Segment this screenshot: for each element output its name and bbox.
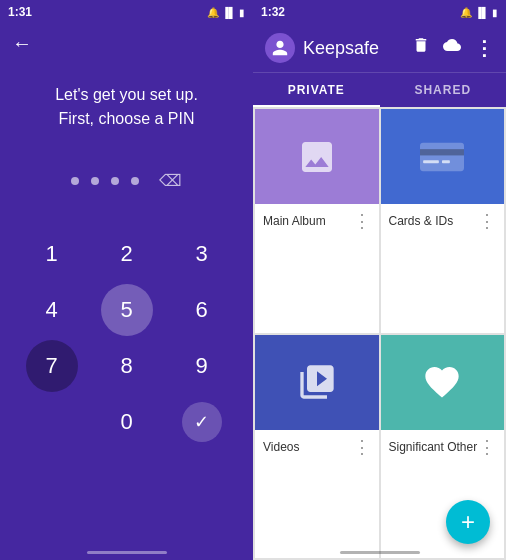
- status-bar-right: 1:32 🔔 ▐▌ ▮: [253, 0, 506, 24]
- album-more-videos[interactable]: ⋮: [353, 436, 371, 458]
- back-button[interactable]: ←: [0, 24, 253, 63]
- svg-rect-0: [420, 142, 464, 170]
- alarm-icon-right: 🔔: [460, 7, 472, 18]
- album-main[interactable]: Main Album ⋮: [255, 109, 379, 333]
- add-icon: +: [461, 508, 475, 536]
- status-icons-right: 🔔 ▐▌ ▮: [460, 7, 498, 18]
- album-name-videos: Videos: [263, 440, 353, 454]
- album-name-significant-other: Significant Other: [389, 440, 479, 454]
- keepsafe-panel: 1:32 🔔 ▐▌ ▮ Keepsafe ⋮: [253, 0, 506, 560]
- pin-keypad: 1 2 3 4 5 6 7 8 9 0 ✓: [0, 220, 253, 456]
- album-more-significant-other[interactable]: ⋮: [478, 436, 496, 458]
- app-title: Keepsafe: [303, 38, 412, 59]
- albums-grid: Main Album ⋮ Cards & IDs ⋮: [253, 107, 506, 560]
- key-6[interactable]: 6: [166, 284, 237, 336]
- album-name-cards: Cards & IDs: [389, 214, 479, 228]
- bottom-indicator-left: [87, 551, 167, 554]
- album-label-cards: Cards & IDs ⋮: [381, 204, 505, 238]
- bottom-indicator-right: [340, 551, 420, 554]
- key-5[interactable]: 5: [101, 284, 153, 336]
- album-label-main: Main Album ⋮: [255, 204, 379, 238]
- album-thumb-main: [255, 109, 379, 204]
- key-0[interactable]: 0: [91, 396, 162, 448]
- time-right: 1:32: [261, 5, 285, 19]
- back-arrow-icon: ←: [12, 32, 32, 54]
- key-confirm[interactable]: ✓: [166, 396, 237, 448]
- battery-icon: ▮: [239, 7, 245, 18]
- key-empty: [16, 396, 87, 448]
- key-7[interactable]: 7: [26, 340, 78, 392]
- tab-private[interactable]: PRIVATE: [253, 73, 380, 107]
- key-9[interactable]: 9: [166, 340, 237, 392]
- time-left: 1:31: [8, 5, 32, 19]
- svg-rect-3: [442, 160, 450, 163]
- app-toolbar: Keepsafe ⋮: [253, 24, 506, 72]
- album-thumb-significant-other: [381, 335, 505, 430]
- album-name-main: Main Album: [263, 214, 353, 228]
- backspace-button[interactable]: ⌫: [159, 171, 182, 190]
- album-thumb-videos: [255, 335, 379, 430]
- pin-dot-4: [131, 177, 139, 185]
- battery-icon-right: ▮: [492, 7, 498, 18]
- album-more-main[interactable]: ⋮: [353, 210, 371, 232]
- signal-icon-right: ▐▌: [475, 7, 489, 18]
- tab-bar: PRIVATE SHARED: [253, 72, 506, 107]
- pin-dot-3: [111, 177, 119, 185]
- app-bar-actions: ⋮: [412, 36, 494, 60]
- key-2[interactable]: 2: [91, 228, 162, 280]
- pin-dot-2: [91, 177, 99, 185]
- key-3[interactable]: 3: [166, 228, 237, 280]
- album-label-videos: Videos ⋮: [255, 430, 379, 464]
- status-icons-left: 🔔 ▐▌ ▮: [207, 7, 245, 18]
- pin-dot-row: ⌫: [0, 171, 253, 190]
- user-avatar[interactable]: [265, 33, 295, 63]
- album-thumb-cards: [381, 109, 505, 204]
- delete-icon[interactable]: [412, 36, 430, 60]
- key-8[interactable]: 8: [91, 340, 162, 392]
- fab-add-button[interactable]: +: [446, 500, 490, 544]
- signal-icon: ▐▌: [222, 7, 236, 18]
- confirm-check-icon: ✓: [182, 402, 222, 442]
- album-videos[interactable]: Videos ⋮: [255, 335, 379, 559]
- album-cards[interactable]: Cards & IDs ⋮: [381, 109, 505, 333]
- pin-setup-panel: 1:31 🔔 ▐▌ ▮ ← Let's get you set up. Firs…: [0, 0, 253, 560]
- key-4[interactable]: 4: [16, 284, 87, 336]
- key-1[interactable]: 1: [16, 228, 87, 280]
- pin-dot-1: [71, 177, 79, 185]
- more-options-icon[interactable]: ⋮: [474, 36, 494, 60]
- album-more-cards[interactable]: ⋮: [478, 210, 496, 232]
- alarm-icon: 🔔: [207, 7, 219, 18]
- svg-rect-2: [423, 160, 439, 163]
- svg-rect-1: [420, 149, 464, 155]
- tab-shared[interactable]: SHARED: [380, 73, 507, 107]
- status-bar-left: 1:31 🔔 ▐▌ ▮: [0, 0, 253, 24]
- setup-instructions: Let's get you set up. First, choose a PI…: [0, 83, 253, 131]
- cloud-icon[interactable]: [442, 36, 462, 60]
- album-label-significant-other: Significant Other ⋮: [381, 430, 505, 464]
